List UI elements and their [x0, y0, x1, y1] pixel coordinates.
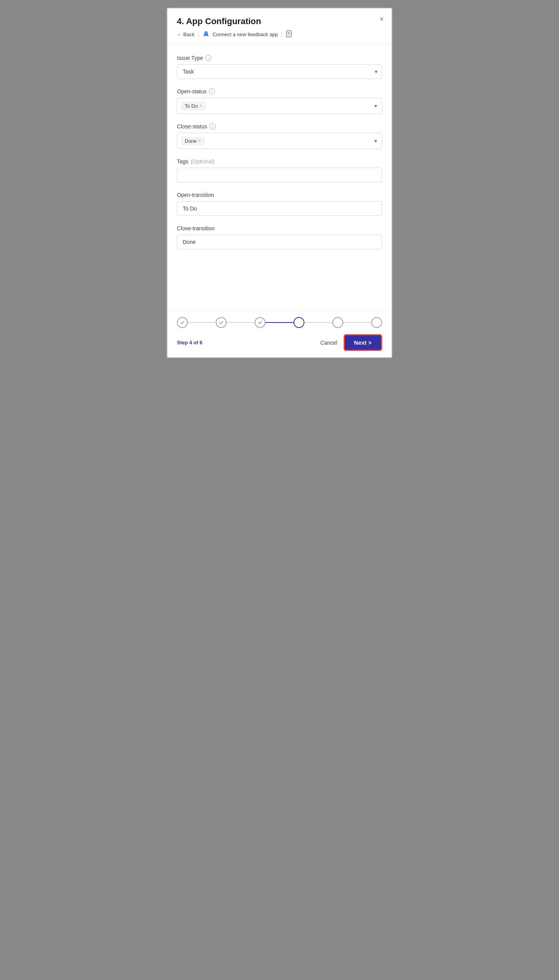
step-line-5-6 [343, 322, 371, 323]
modal-header: 4. App Configuration ← Back | Connect a … [168, 9, 391, 44]
cancel-button[interactable]: Cancel [320, 340, 337, 346]
header-divider: | [198, 31, 199, 38]
close-status-tag: Done × [181, 137, 204, 145]
close-status-select[interactable]: Done × ▾ [177, 133, 382, 149]
header-divider-2: | [281, 31, 283, 38]
svg-rect-1 [288, 32, 290, 33]
doc-icon[interactable] [286, 30, 293, 38]
app-icon [203, 31, 210, 38]
modal-title: 4. App Configuration [177, 16, 382, 26]
open-status-info-icon[interactable]: i [209, 88, 215, 95]
step-6-circle [371, 317, 382, 328]
modal-body: Issue Type i Task ▾ Open-status i To Do … [168, 44, 391, 310]
close-status-group: Close-status i Done × ▾ [177, 123, 382, 149]
issue-type-select-wrapper: Task ▾ [177, 64, 382, 79]
progress-steps [177, 317, 382, 328]
footer-actions: Step 4 of 6 Cancel Next > [177, 334, 382, 351]
step-1-circle [177, 317, 188, 328]
close-transition-group: Close-transition [177, 225, 382, 249]
step-3-circle [255, 317, 266, 328]
open-status-group: Open-status i To Do × ▾ [177, 88, 382, 114]
open-transition-label: Open-transition [177, 192, 382, 198]
modal-subtitle: Connect a new feedback app [213, 32, 278, 37]
step-label: Step 4 of 6 [177, 340, 203, 345]
open-status-chevron-icon: ▾ [374, 103, 377, 109]
tags-label: Tags (Optional) [177, 158, 382, 165]
issue-type-select[interactable]: Task [177, 64, 382, 79]
close-status-tag-close[interactable]: × [198, 138, 201, 143]
step-4-circle [293, 317, 304, 328]
open-status-select[interactable]: To Do × ▾ [177, 98, 382, 114]
tags-input[interactable] [177, 168, 382, 182]
modal-container: 4. App Configuration ← Back | Connect a … [167, 8, 392, 358]
close-status-info-icon[interactable]: i [210, 123, 216, 130]
issue-type-group: Issue Type i Task ▾ [177, 55, 382, 79]
modal-subtitle-row: ← Back | Connect a new feedback app | [177, 30, 382, 38]
open-status-tag-close[interactable]: × [199, 103, 202, 108]
tags-group: Tags (Optional) [177, 158, 382, 182]
open-status-label: Open-status i [177, 88, 382, 95]
close-button[interactable]: × [379, 16, 384, 23]
close-transition-input[interactable] [177, 235, 382, 249]
close-transition-label: Close-transition [177, 225, 382, 231]
svg-rect-2 [288, 33, 290, 34]
close-status-chevron-icon: ▾ [374, 138, 377, 144]
back-button[interactable]: ← Back [177, 32, 195, 37]
open-transition-input[interactable] [177, 201, 382, 216]
open-status-tag: To Do × [181, 102, 206, 110]
step-line-1-2 [188, 322, 216, 323]
step-2-circle [216, 317, 227, 328]
tags-optional-label: (Optional) [191, 158, 215, 165]
next-button[interactable]: Next > [344, 334, 382, 351]
issue-type-label: Issue Type i [177, 55, 382, 61]
step-line-4-5 [304, 322, 332, 323]
issue-type-info-icon[interactable]: i [205, 55, 211, 61]
step-line-2-3 [227, 322, 255, 323]
close-status-label: Close-status i [177, 123, 382, 130]
step-line-3-4 [266, 322, 293, 323]
step-5-circle [332, 317, 343, 328]
open-transition-group: Open-transition [177, 192, 382, 216]
svg-rect-3 [288, 35, 289, 35]
modal-footer: Step 4 of 6 Cancel Next > [168, 310, 391, 357]
footer-right: Cancel Next > [320, 334, 382, 351]
